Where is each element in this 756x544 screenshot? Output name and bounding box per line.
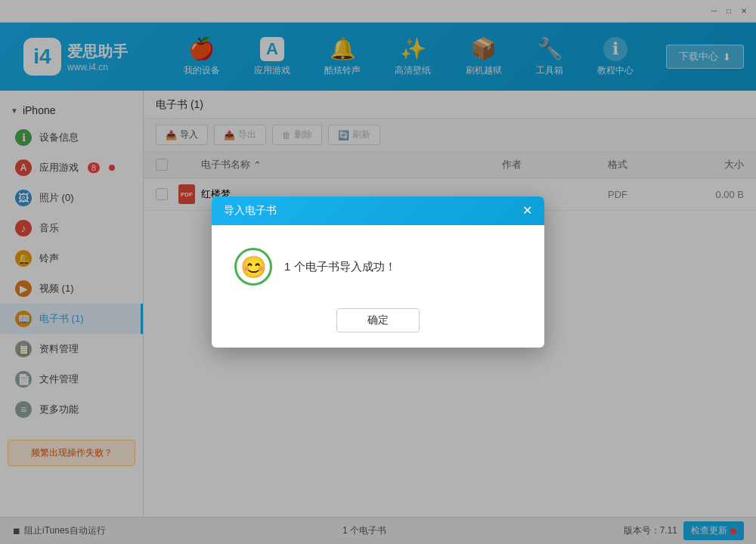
modal-body: 😊 1 个电子书导入成功！: [212, 225, 544, 301]
modal-message: 1 个电子书导入成功！: [284, 260, 396, 274]
modal-close-button[interactable]: ✕: [522, 205, 532, 217]
modal-title-bar: 导入电子书 ✕: [212, 196, 544, 225]
modal-footer: 确定: [212, 301, 544, 348]
confirm-button[interactable]: 确定: [336, 308, 420, 332]
success-icon: 😊: [234, 248, 272, 286]
import-success-modal: 导入电子书 ✕ 😊 1 个电子书导入成功！ 确定: [212, 196, 544, 348]
modal-overlay: 导入电子书 ✕ 😊 1 个电子书导入成功！ 确定: [0, 0, 756, 544]
modal-title: 导入电子书: [224, 204, 277, 218]
